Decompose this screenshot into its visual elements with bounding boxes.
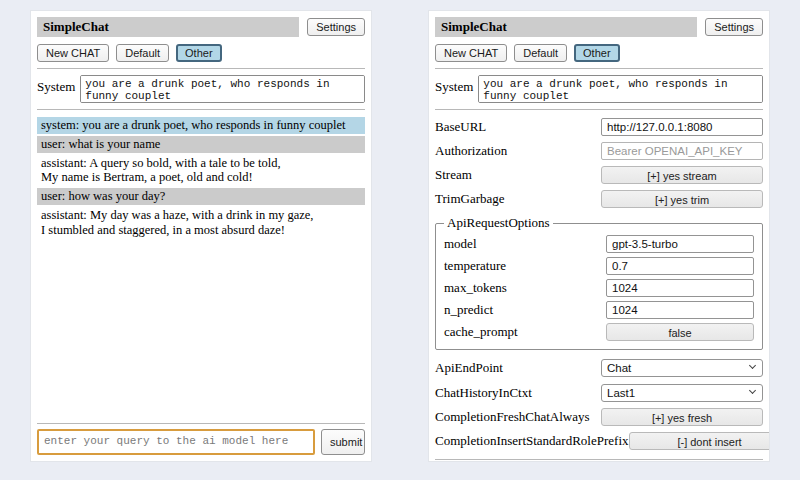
cache-prompt-label: cache_prompt — [444, 324, 518, 340]
settings-panel-header: SimpleChat Settings — [435, 17, 763, 37]
max-tokens-input[interactable] — [606, 279, 754, 297]
stream-toggle-button[interactable]: [+] yes stream — [601, 166, 763, 184]
authorization-input[interactable] — [601, 142, 763, 160]
system-prompt-label: System — [435, 75, 473, 95]
setting-row-chat-history-in-ctxt: ChatHistoryInCtxt Last1 — [435, 383, 763, 402]
submit-button[interactable]: submit — [321, 429, 365, 455]
settings-panel: SimpleChat Settings New CHAT Default Oth… — [428, 10, 770, 462]
session-tab-default[interactable]: Default — [116, 44, 169, 62]
divider — [435, 459, 763, 460]
model-input[interactable] — [606, 235, 754, 253]
session-buttons: New CHAT Default Other — [37, 44, 365, 62]
system-prompt-row: System you are a drunk poet, who respond… — [435, 75, 763, 103]
divider — [37, 109, 365, 110]
session-tab-other[interactable]: Other — [176, 44, 222, 62]
chat-history-select-wrap: Last1 — [601, 383, 763, 402]
setting-row-stream: Stream [+] yes stream — [435, 166, 763, 184]
divider — [37, 68, 365, 69]
chat-message-user: user: what is your name — [37, 136, 365, 153]
api-endpoint-select-wrap: Chat — [601, 358, 763, 377]
chat-panel-header: SimpleChat Settings — [37, 17, 365, 37]
api-request-options-legend: ApiRequestOptions — [444, 215, 553, 231]
baseurl-input[interactable] — [601, 118, 763, 136]
new-chat-button[interactable]: New CHAT — [435, 44, 507, 62]
settings-button[interactable]: Settings — [307, 18, 365, 36]
setting-row-authorization: Authorization — [435, 142, 763, 160]
setting-row-completion-insert-prefix: CompletionInsertStandardRolePrefix [-] d… — [435, 432, 763, 450]
chat-panel: SimpleChat Settings New CHAT Default Oth… — [30, 10, 372, 462]
trimgarbage-label: TrimGarbage — [435, 191, 505, 207]
divider — [435, 109, 763, 110]
completion-insert-prefix-label: CompletionInsertStandardRolePrefix — [435, 433, 629, 449]
session-tab-default[interactable]: Default — [514, 44, 567, 62]
new-chat-button[interactable]: New CHAT — [37, 44, 109, 62]
max-tokens-label: max_tokens — [444, 280, 507, 296]
setting-row-model: model — [444, 235, 754, 253]
completion-fresh-chat-label: CompletionFreshChatAlways — [435, 409, 590, 425]
authorization-label: Authorization — [435, 143, 507, 159]
app-title: SimpleChat — [435, 17, 697, 37]
cache-prompt-toggle-button[interactable]: false — [606, 323, 754, 341]
baseurl-label: BaseURL — [435, 119, 486, 135]
divider — [435, 68, 763, 69]
completion-fresh-chat-toggle-button[interactable]: [+] yes fresh — [601, 408, 763, 426]
system-prompt-label: System — [37, 75, 75, 95]
chat-history-in-ctxt-label: ChatHistoryInCtxt — [435, 385, 532, 401]
api-request-options-group: ApiRequestOptions model temperature max_… — [435, 215, 763, 350]
divider — [37, 423, 365, 424]
chat-message-assistant: assistant: My day was a haze, with a dri… — [37, 207, 365, 239]
temperature-label: temperature — [444, 258, 506, 274]
session-tab-other[interactable]: Other — [574, 44, 620, 62]
setting-row-max-tokens: max_tokens — [444, 279, 754, 297]
api-endpoint-label: ApiEndPoint — [435, 360, 503, 376]
chat-message-system: system: you are a drunk poet, who respon… — [37, 117, 365, 134]
setting-row-temperature: temperature — [444, 257, 754, 275]
setting-row-api-endpoint: ApiEndPoint Chat — [435, 358, 763, 377]
stream-label: Stream — [435, 167, 472, 183]
system-prompt-input[interactable]: you are a drunk poet, who responds in fu… — [478, 75, 763, 103]
system-prompt-row: System you are a drunk poet, who respond… — [37, 75, 365, 103]
temperature-input[interactable] — [606, 257, 754, 275]
query-input[interactable] — [37, 429, 315, 455]
n-predict-input[interactable] — [606, 301, 754, 319]
chat-message-assistant: assistant: A query so bold, with a tale … — [37, 155, 365, 187]
completion-insert-prefix-toggle-button[interactable]: [-] dont insert — [629, 432, 770, 450]
setting-row-baseurl: BaseURL — [435, 118, 763, 136]
setting-row-completion-fresh-chat: CompletionFreshChatAlways [+] yes fresh — [435, 408, 763, 426]
session-buttons: New CHAT Default Other — [435, 44, 763, 62]
setting-row-trimgarbage: TrimGarbage [+] yes trim — [435, 190, 763, 208]
setting-row-cache-prompt: cache_prompt false — [444, 323, 754, 341]
system-prompt-input[interactable]: you are a drunk poet, who responds in fu… — [80, 75, 365, 103]
trimgarbage-toggle-button[interactable]: [+] yes trim — [601, 190, 763, 208]
model-label: model — [444, 236, 477, 252]
setting-row-n-predict: n_predict — [444, 301, 754, 319]
api-endpoint-select[interactable]: Chat — [601, 359, 763, 377]
chat-message-user: user: how was your day? — [37, 188, 365, 205]
n-predict-label: n_predict — [444, 302, 493, 318]
chat-history-select[interactable]: Last1 — [601, 384, 763, 402]
query-row: submit — [37, 429, 365, 455]
app-title: SimpleChat — [37, 17, 299, 37]
chat-message-list: system: you are a drunk poet, who respon… — [37, 117, 365, 417]
page: SimpleChat Settings New CHAT Default Oth… — [0, 0, 800, 472]
settings-button[interactable]: Settings — [705, 18, 763, 36]
